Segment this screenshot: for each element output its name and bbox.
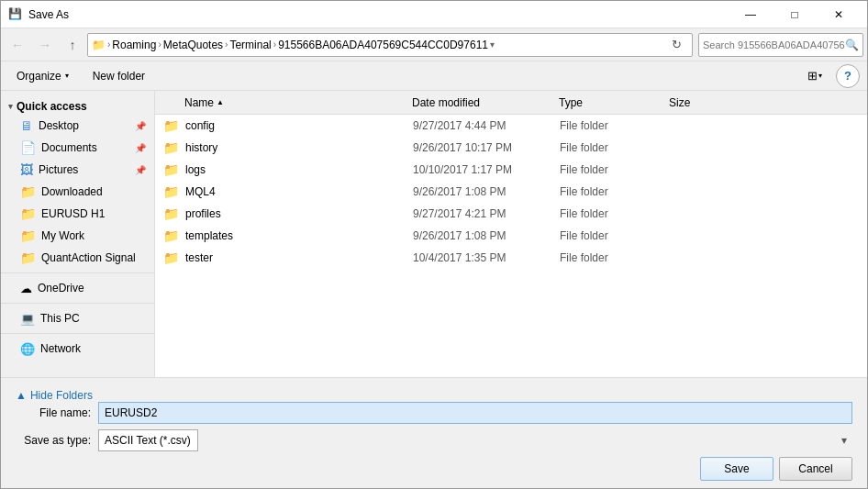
eurusd-icon: 📁: [20, 206, 36, 221]
pin-icon: 📌: [135, 121, 146, 131]
filename-row: File name:: [16, 402, 852, 424]
sidebar-item-mywork[interactable]: 📁 My Work: [1, 225, 154, 247]
savetype-row: Save as type: ASCII Text (*.csv): [16, 429, 852, 451]
file-date-cell: 10/4/2017 1:35 PM: [413, 251, 560, 264]
pictures-icon: 🖼: [20, 162, 33, 177]
filename-input[interactable]: [98, 402, 852, 424]
view-button[interactable]: ⊞ ▾: [801, 65, 829, 87]
file-name-cell: 📁 config: [156, 118, 413, 133]
sidebar-item-downloaded-label: Downloaded: [41, 185, 146, 198]
sidebar-item-onedrive[interactable]: ☁ OneDrive: [1, 277, 154, 299]
pin-icon: 📌: [135, 143, 146, 153]
help-button[interactable]: ?: [836, 64, 860, 88]
file-date-cell: 10/10/2017 1:17 PM: [413, 163, 560, 176]
file-name-cell: 📁 templates: [156, 228, 413, 243]
file-name-cell: 📁 logs: [156, 162, 413, 177]
sidebar-item-network-label: Network: [40, 342, 146, 355]
filename-label: File name:: [16, 406, 98, 419]
quantaction-icon: 📁: [20, 250, 36, 265]
column-type[interactable]: Type: [559, 96, 669, 109]
sidebar-item-pictures-label: Pictures: [39, 163, 135, 176]
sidebar-item-pictures[interactable]: 🖼 Pictures 📌: [1, 159, 154, 181]
bottom-panel: ▲ Hide Folders File name: Save as type: …: [1, 377, 867, 488]
window-title: Save As: [28, 8, 729, 21]
onedrive-icon: ☁: [20, 282, 32, 295]
back-button[interactable]: ←: [5, 33, 30, 57]
savetype-label: Save as type:: [16, 434, 98, 447]
file-name-cell: 📁 MQL4: [156, 184, 413, 199]
file-date-cell: 9/26/2017 1:08 PM: [413, 229, 560, 242]
window-icon: 💾: [8, 7, 23, 22]
sidebar-divider-1: [1, 272, 154, 273]
file-type-cell: File folder: [560, 207, 670, 220]
file-type-cell: File folder: [560, 163, 670, 176]
table-row[interactable]: 📁 tester 10/4/2017 1:35 PM File folder: [155, 247, 867, 269]
downloaded-icon: 📁: [20, 184, 36, 199]
documents-icon: 📄: [20, 140, 36, 155]
search-input[interactable]: [703, 39, 845, 50]
search-bar[interactable]: 🔍: [698, 33, 863, 57]
addr-terminal: Terminal: [229, 39, 271, 51]
search-icon: 🔍: [845, 39, 859, 51]
new-folder-label: New folder: [93, 70, 145, 83]
address-bar[interactable]: 📁 › Roaming › MetaQuotes › Terminal › 91…: [87, 33, 693, 57]
cancel-button[interactable]: Cancel: [779, 457, 852, 481]
folder-icon: 📁: [163, 184, 182, 199]
sidebar-item-thispc-label: This PC: [40, 312, 146, 325]
table-row[interactable]: 📁 profiles 9/27/2017 4:21 PM File folder: [155, 203, 867, 225]
bottom-buttons: Save Cancel: [16, 457, 852, 481]
column-date-modified[interactable]: Date modified: [412, 96, 559, 109]
refresh-button[interactable]: ↻: [664, 34, 688, 56]
file-date-cell: 9/27/2017 4:44 PM: [413, 119, 560, 132]
file-type-cell: File folder: [560, 251, 670, 264]
organize-button[interactable]: Organize ▾: [8, 65, 77, 87]
sidebar-item-quantaction[interactable]: 📁 QuantAction Signal: [1, 247, 154, 269]
file-name: config: [185, 119, 215, 132]
file-list-header: Name ▲ Date modified Type Size: [155, 91, 867, 115]
column-size[interactable]: Size: [669, 96, 742, 109]
file-name: logs: [185, 163, 206, 176]
sidebar-item-eurusd[interactable]: 📁 EURUSD H1: [1, 203, 154, 225]
table-row[interactable]: 📁 MQL4 9/26/2017 1:08 PM File folder: [155, 181, 867, 203]
quick-access-arrow-icon: ▾: [8, 102, 13, 111]
savetype-select[interactable]: ASCII Text (*.csv): [98, 429, 198, 451]
folder-icon: 📁: [163, 140, 182, 155]
forward-button[interactable]: →: [32, 33, 58, 57]
file-name: MQL4: [185, 185, 216, 198]
table-row[interactable]: 📁 config 9/27/2017 4:44 PM File folder: [155, 115, 867, 137]
column-name[interactable]: Name ▲: [155, 96, 412, 109]
hide-folders-arrow-icon: ▲: [16, 389, 27, 402]
sidebar-item-thispc[interactable]: 💻 This PC: [1, 307, 154, 329]
sidebar: ▾ Quick access 🖥 Desktop 📌 📄 Documents 📌…: [1, 91, 155, 377]
addr-roaming: Roaming: [112, 39, 156, 51]
save-as-dialog: 💾 Save As — □ ✕ ← → ↑ 📁 › Roaming › Meta…: [0, 0, 868, 489]
quick-access-label: Quick access: [17, 100, 87, 113]
folder-icon: 📁: [163, 162, 182, 177]
close-button[interactable]: ✕: [818, 1, 860, 28]
save-button[interactable]: Save: [700, 457, 773, 481]
file-type-cell: File folder: [560, 229, 670, 242]
up-button[interactable]: ↑: [60, 33, 85, 57]
sidebar-item-network[interactable]: 🌐 Network: [1, 338, 154, 360]
sidebar-divider-3: [1, 333, 154, 334]
quick-access-section[interactable]: ▾ Quick access: [1, 94, 154, 115]
table-row[interactable]: 📁 logs 10/10/2017 1:17 PM File folder: [155, 159, 867, 181]
sidebar-item-downloaded[interactable]: 📁 Downloaded: [1, 181, 154, 203]
hide-folders-row[interactable]: ▲ Hide Folders: [16, 385, 852, 402]
folder-icon: 📁: [163, 250, 182, 265]
title-bar: 💾 Save As — □ ✕: [1, 1, 867, 28]
table-row[interactable]: 📁 templates 9/26/2017 1:08 PM File folde…: [155, 225, 867, 247]
new-folder-button[interactable]: New folder: [84, 65, 153, 87]
network-icon: 🌐: [20, 342, 35, 356]
address-folder-icon: 📁: [92, 39, 106, 51]
sidebar-item-desktop[interactable]: 🖥 Desktop 📌: [1, 115, 154, 137]
maximize-button[interactable]: □: [773, 1, 816, 28]
cancel-label: Cancel: [798, 462, 832, 475]
minimize-button[interactable]: —: [729, 1, 772, 28]
table-row[interactable]: 📁 history 9/26/2017 10:17 PM File folder: [155, 137, 867, 159]
sidebar-item-desktop-label: Desktop: [39, 119, 135, 132]
sidebar-item-mywork-label: My Work: [41, 229, 146, 242]
sidebar-item-documents[interactable]: 📄 Documents 📌: [1, 137, 154, 159]
addr-guid: 915566BA06ADA407569C544CC0D97611: [278, 39, 488, 51]
window-controls: — □ ✕: [729, 1, 860, 28]
